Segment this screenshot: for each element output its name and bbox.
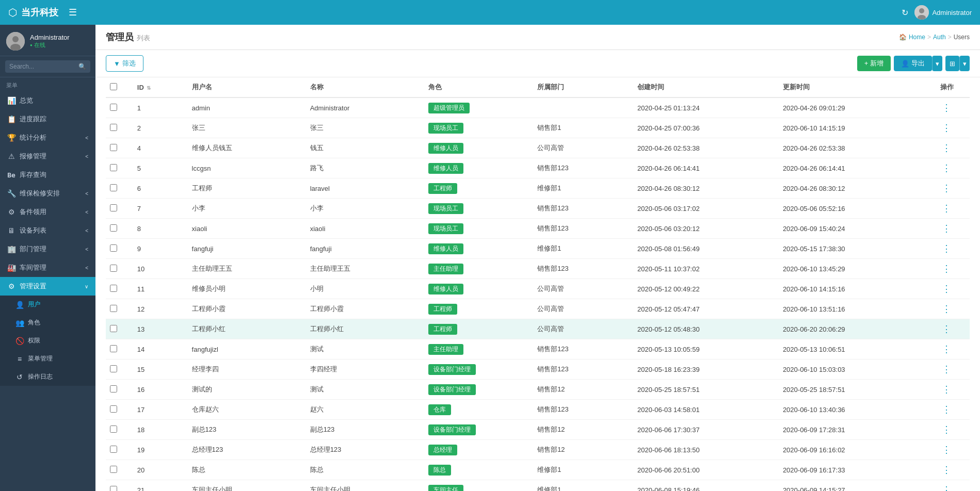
sidebar-item-menus[interactable]: ≡ 菜单管理 (0, 350, 95, 368)
row-checkbox[interactable] (110, 305, 117, 312)
row-checkbox[interactable] (110, 204, 117, 211)
search-icon[interactable]: 🔍 (78, 63, 86, 70)
row-checkbox[interactable] (110, 405, 117, 413)
row-username: 仓库赵六 (188, 400, 306, 420)
breadcrumb-home-link[interactable]: Home (909, 34, 925, 41)
hamburger-button[interactable]: ☰ (69, 7, 77, 18)
action-dots-button[interactable]: ⋮ (942, 264, 952, 274)
export-dropdown-button[interactable]: ▾ (932, 56, 942, 71)
row-checkbox[interactable] (110, 486, 117, 492)
action-dots-button[interactable]: ⋮ (942, 324, 952, 334)
sidebar-item-inventory[interactable]: Be 库存查询 (0, 166, 95, 184)
sidebar-item-label: 设备列表 (20, 226, 46, 235)
sidebar-item-department[interactable]: 🏢 部门管理 < (0, 240, 95, 258)
table-row: 10 主任助理王五 主任助理王五 主任助理 销售部123 2020-05-11 … (106, 259, 970, 279)
row-checkbox[interactable] (110, 224, 117, 232)
row-checkbox[interactable] (110, 345, 117, 352)
row-checkbox[interactable] (110, 425, 117, 433)
cols-dropdown-button[interactable]: ▾ (959, 56, 970, 71)
row-action: ⋮ (924, 440, 970, 460)
sidebar-item-dashboard[interactable]: 📊 总览 (0, 91, 95, 110)
row-checkbox-cell (106, 319, 133, 339)
action-dots-button[interactable]: ⋮ (942, 284, 952, 294)
action-dots-button[interactable]: ⋮ (942, 304, 952, 314)
department-icon: 🏢 (7, 245, 15, 253)
row-action: ⋮ (924, 299, 970, 319)
export-button[interactable]: 👤 导出 (894, 56, 932, 71)
sidebar: Administrator 在线 🔍 菜单 📊 总览 📋 进度跟踪 🏆 统计分析… (0, 25, 95, 491)
sidebar-item-statistics[interactable]: 🏆 统计分析 < (0, 128, 95, 147)
row-checkbox[interactable] (110, 164, 117, 171)
sidebar-item-workshop[interactable]: 🏭 车间管理 < (0, 258, 95, 277)
sidebar-item-repair[interactable]: ⚠ 报修管理 < (0, 147, 95, 166)
role-badge: 车间主任 (428, 485, 463, 492)
row-created: 2020-05-18 16:23:39 (633, 359, 779, 380)
row-checkbox[interactable] (110, 466, 117, 473)
row-name: xiaoli (306, 219, 424, 239)
action-dots-button[interactable]: ⋮ (942, 424, 952, 435)
breadcrumb-auth-link[interactable]: Auth (933, 34, 946, 41)
select-all-checkbox[interactable] (110, 83, 117, 90)
role-badge: 维修人员 (428, 243, 463, 254)
refresh-button[interactable]: ↻ (902, 8, 908, 18)
row-checkbox[interactable] (110, 385, 117, 392)
row-checkbox[interactable] (110, 104, 117, 111)
brand-name: 当升科技 (21, 6, 58, 19)
user-avatar (914, 5, 929, 20)
action-dots-button[interactable]: ⋮ (942, 183, 952, 193)
user-info[interactable]: Administrator (914, 5, 972, 20)
action-dots-button[interactable]: ⋮ (942, 485, 952, 491)
sidebar-search-input[interactable] (5, 60, 90, 73)
sidebar-item-roles[interactable]: 👥 角色 (0, 314, 95, 332)
row-role: 现场员工 (424, 199, 533, 219)
sidebar-item-admin[interactable]: ⚙ 管理设置 ∨ (0, 277, 95, 296)
row-action: ⋮ (924, 259, 970, 279)
row-role: 工程师 (424, 178, 533, 199)
new-button[interactable]: + 新增 (857, 56, 891, 71)
action-dots-button[interactable]: ⋮ (942, 123, 952, 133)
role-badge: 主任助理 (428, 344, 463, 355)
row-checkbox[interactable] (110, 325, 117, 332)
action-dots-button[interactable]: ⋮ (942, 344, 952, 354)
action-dots-button[interactable]: ⋮ (942, 103, 952, 113)
row-checkbox[interactable] (110, 144, 117, 151)
row-updated: 2020-06-09 15:40:24 (779, 219, 924, 239)
action-dots-button[interactable]: ⋮ (942, 465, 952, 475)
action-dots-button[interactable]: ⋮ (942, 404, 952, 415)
role-badge: 维修人员 (428, 284, 463, 294)
sidebar-item-equipment[interactable]: 🖥 设备列表 < (0, 221, 95, 240)
sidebar-item-parts[interactable]: ⚙ 备件领用 < (0, 203, 95, 221)
sort-icon-id[interactable]: ⇅ (147, 85, 151, 91)
table-row: 16 测试的 测试 设备部门经理 销售部12 2020-05-25 18:57:… (106, 380, 970, 400)
row-checkbox[interactable] (110, 365, 117, 372)
cols-button[interactable]: ⊞ (945, 56, 959, 71)
row-checkbox-cell (106, 359, 133, 380)
sidebar-item-progress[interactable]: 📋 进度跟踪 (0, 110, 95, 128)
sidebar-item-permissions[interactable]: 🚫 权限 (0, 332, 95, 350)
sidebar-sub-item-label: 角色 (28, 318, 40, 327)
filter-button[interactable]: ▼ 筛选 (106, 55, 143, 72)
row-dept: 销售部12 (533, 420, 633, 440)
action-dots-button[interactable]: ⋮ (942, 364, 952, 374)
action-dots-button[interactable]: ⋮ (942, 384, 952, 395)
sidebar-item-users[interactable]: 👤 用户 (0, 296, 95, 314)
action-dots-button[interactable]: ⋮ (942, 143, 952, 153)
row-checkbox[interactable] (110, 124, 117, 131)
row-checkbox[interactable] (110, 446, 117, 453)
breadcrumb-home-icon: 🏠 (899, 34, 907, 41)
row-checkbox[interactable] (110, 244, 117, 252)
row-checkbox[interactable] (110, 265, 117, 272)
chevron-icon: < (85, 209, 88, 215)
action-dots-button[interactable]: ⋮ (942, 445, 952, 455)
row-checkbox[interactable] (110, 285, 117, 292)
action-dots-button[interactable]: ⋮ (942, 203, 952, 214)
filter-label: 筛选 (122, 59, 136, 68)
row-checkbox[interactable] (110, 184, 117, 191)
sidebar-item-logs[interactable]: ↺ 操作日志 (0, 368, 95, 386)
row-action: ⋮ (924, 158, 970, 178)
action-dots-button[interactable]: ⋮ (942, 223, 952, 234)
action-dots-button[interactable]: ⋮ (942, 163, 952, 173)
sidebar-item-maintenance[interactable]: 🔧 维保检修安排 < (0, 184, 95, 203)
row-username: 总经理123 (188, 440, 306, 460)
action-dots-button[interactable]: ⋮ (942, 243, 952, 254)
